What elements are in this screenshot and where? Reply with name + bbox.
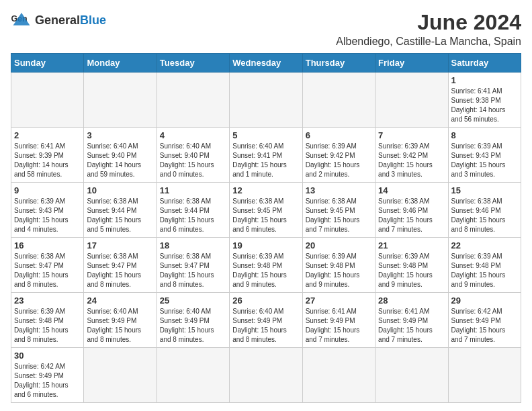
calendar-cell: 24Sunrise: 6:40 AM Sunset: 9:49 PM Dayli… [84,293,157,348]
day-number: 21 [378,240,445,250]
calendar-cell: 6Sunrise: 6:39 AM Sunset: 9:42 PM Daylig… [302,128,375,183]
calendar-cell [230,348,302,403]
day-number: 10 [87,185,153,195]
calendar-cell [84,73,157,128]
day-number: 6 [306,130,372,140]
calendar-cell [375,348,448,403]
header-day-friday: Friday [375,54,448,73]
logo-icon: Gen [11,11,32,30]
day-info: Sunrise: 6:38 AM Sunset: 9:44 PM Dayligh… [87,197,153,234]
day-info: Sunrise: 6:39 AM Sunset: 9:48 PM Dayligh… [378,252,445,289]
day-info: Sunrise: 6:39 AM Sunset: 9:42 PM Dayligh… [378,142,445,179]
calendar-cell: 2Sunrise: 6:41 AM Sunset: 9:39 PM Daylig… [11,128,84,183]
day-number: 4 [160,130,226,140]
day-number: 3 [87,130,153,140]
day-number: 1 [451,75,518,85]
day-number: 8 [451,130,518,140]
day-info: Sunrise: 6:39 AM Sunset: 9:43 PM Dayligh… [14,197,81,234]
calendar-cell: 1Sunrise: 6:41 AM Sunset: 9:38 PM Daylig… [448,73,521,128]
title-block: June 2024 Albendiego, Castille-La Mancha… [336,11,521,48]
calendar-cell: 18Sunrise: 6:38 AM Sunset: 9:47 PM Dayli… [157,238,229,293]
logo: Gen GeneralBlue [11,11,106,30]
calendar-cell [302,73,375,128]
header-day-monday: Monday [84,54,157,73]
calendar-cell [157,348,229,403]
calendar-cell: 17Sunrise: 6:38 AM Sunset: 9:47 PM Dayli… [84,238,157,293]
header-day-wednesday: Wednesday [230,54,302,73]
day-info: Sunrise: 6:38 AM Sunset: 9:47 PM Dayligh… [87,252,153,289]
location-title: Albendiego, Castille-La Mancha, Spain [336,36,521,48]
calendar-cell: 5Sunrise: 6:40 AM Sunset: 9:41 PM Daylig… [230,128,302,183]
day-info: Sunrise: 6:39 AM Sunset: 9:43 PM Dayligh… [451,142,518,179]
day-info: Sunrise: 6:39 AM Sunset: 9:48 PM Dayligh… [306,252,372,289]
day-number: 12 [232,185,299,195]
calendar-cell: 25Sunrise: 6:40 AM Sunset: 9:49 PM Dayli… [157,293,229,348]
day-number: 17 [87,240,153,250]
day-info: Sunrise: 6:40 AM Sunset: 9:49 PM Dayligh… [160,307,226,345]
day-info: Sunrise: 6:42 AM Sunset: 9:49 PM Dayligh… [451,307,518,345]
day-info: Sunrise: 6:39 AM Sunset: 9:42 PM Dayligh… [306,142,372,179]
calendar-cell [157,73,229,128]
day-info: Sunrise: 6:41 AM Sunset: 9:39 PM Dayligh… [14,142,81,179]
day-info: Sunrise: 6:40 AM Sunset: 9:40 PM Dayligh… [87,142,153,179]
header-day-thursday: Thursday [302,54,375,73]
day-info: Sunrise: 6:38 AM Sunset: 9:45 PM Dayligh… [232,197,299,234]
day-number: 13 [306,185,372,195]
day-info: Sunrise: 6:39 AM Sunset: 9:48 PM Dayligh… [232,252,299,289]
day-number: 5 [232,130,299,140]
day-number: 11 [160,185,226,195]
calendar-cell: 19Sunrise: 6:39 AM Sunset: 9:48 PM Dayli… [230,238,302,293]
day-info: Sunrise: 6:38 AM Sunset: 9:46 PM Dayligh… [378,197,445,234]
day-info: Sunrise: 6:42 AM Sunset: 9:49 PM Dayligh… [14,362,81,400]
day-number: 28 [378,295,445,306]
day-info: Sunrise: 6:40 AM Sunset: 9:49 PM Dayligh… [232,307,299,345]
calendar-cell: 26Sunrise: 6:40 AM Sunset: 9:49 PM Dayli… [230,293,302,348]
calendar-cell: 14Sunrise: 6:38 AM Sunset: 9:46 PM Dayli… [375,183,448,238]
calendar-cell: 10Sunrise: 6:38 AM Sunset: 9:44 PM Dayli… [84,183,157,238]
calendar-cell: 11Sunrise: 6:38 AM Sunset: 9:44 PM Dayli… [157,183,229,238]
calendar-cell: 21Sunrise: 6:39 AM Sunset: 9:48 PM Dayli… [375,238,448,293]
calendar-cell: 9Sunrise: 6:39 AM Sunset: 9:43 PM Daylig… [11,183,84,238]
day-number: 16 [14,240,81,250]
calendar-cell: 23Sunrise: 6:39 AM Sunset: 9:48 PM Dayli… [11,293,84,348]
day-number: 7 [378,130,445,140]
day-number: 30 [14,351,81,361]
day-info: Sunrise: 6:40 AM Sunset: 9:40 PM Dayligh… [160,142,226,179]
calendar-cell: 15Sunrise: 6:38 AM Sunset: 9:46 PM Dayli… [448,183,521,238]
day-info: Sunrise: 6:38 AM Sunset: 9:47 PM Dayligh… [160,252,226,289]
calendar-cell: 22Sunrise: 6:39 AM Sunset: 9:48 PM Dayli… [448,238,521,293]
calendar-header: SundayMondayTuesdayWednesdayThursdayFrid… [11,54,521,73]
day-number: 22 [451,240,518,250]
day-number: 18 [160,240,226,250]
day-info: Sunrise: 6:39 AM Sunset: 9:48 PM Dayligh… [451,252,518,289]
calendar-cell: 30Sunrise: 6:42 AM Sunset: 9:49 PM Dayli… [11,348,84,403]
calendar-cell: 13Sunrise: 6:38 AM Sunset: 9:45 PM Dayli… [302,183,375,238]
calendar-cell [448,348,521,403]
calendar-cell: 3Sunrise: 6:40 AM Sunset: 9:40 PM Daylig… [84,128,157,183]
calendar-cell: 27Sunrise: 6:41 AM Sunset: 9:49 PM Dayli… [302,293,375,348]
day-number: 9 [14,185,81,195]
day-number: 2 [14,130,81,140]
calendar-cell: 4Sunrise: 6:40 AM Sunset: 9:40 PM Daylig… [157,128,229,183]
day-number: 24 [87,295,153,306]
day-info: Sunrise: 6:40 AM Sunset: 9:41 PM Dayligh… [232,142,299,179]
day-info: Sunrise: 6:38 AM Sunset: 9:47 PM Dayligh… [14,252,81,289]
day-number: 26 [232,295,299,306]
day-number: 27 [306,295,372,306]
month-title: June 2024 [336,11,521,34]
day-info: Sunrise: 6:38 AM Sunset: 9:45 PM Dayligh… [306,197,372,234]
logo-text: GeneralBlue [35,13,106,27]
calendar-cell [84,348,157,403]
day-number: 15 [451,185,518,195]
day-number: 20 [306,240,372,250]
calendar-cell: 28Sunrise: 6:41 AM Sunset: 9:49 PM Dayli… [375,293,448,348]
day-info: Sunrise: 6:39 AM Sunset: 9:48 PM Dayligh… [14,307,81,345]
header-day-saturday: Saturday [448,54,521,73]
header-day-tuesday: Tuesday [157,54,229,73]
day-info: Sunrise: 6:38 AM Sunset: 9:46 PM Dayligh… [451,197,518,234]
day-info: Sunrise: 6:41 AM Sunset: 9:49 PM Dayligh… [378,307,445,345]
day-number: 29 [451,295,518,306]
day-number: 19 [232,240,299,250]
calendar-cell [230,73,302,128]
calendar-cell [375,73,448,128]
